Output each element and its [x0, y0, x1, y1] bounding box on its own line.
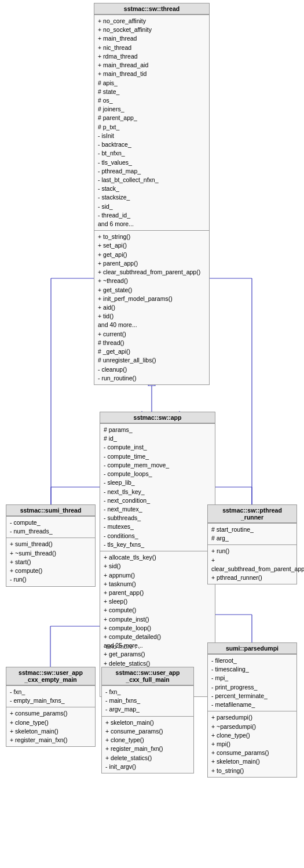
app-attr-11: - subthreads_ [104, 514, 211, 522]
app-method-3: + appnum() [104, 571, 211, 580]
user-app-empty-section1: - fxn_ - empty_main_fxns_ [6, 685, 95, 707]
thread-attr-11: # joiners_ [98, 105, 206, 114]
thread-method-7: + get_state() [98, 286, 206, 295]
parsedumpi-attr-5: - percent_terminate_ [211, 692, 293, 700]
empty-method-4: + register_main_fxn() [10, 736, 91, 744]
app-method-8: + compute_inst() [104, 615, 211, 624]
thread-method-more: and 40 more... [98, 321, 206, 329]
sumi-method-5: - run() [10, 575, 91, 584]
thread-attr-17: - tls_values_ [98, 158, 206, 167]
pthread-section2: + run() + clear_subthread_from_parent_ap… [208, 544, 296, 584]
parsedumpi-method-7: + to_string() [211, 767, 293, 775]
sumi-method-3: + start() [10, 558, 91, 566]
parsedumpi-title: sumi::parsedumpi [208, 643, 296, 654]
thread-attr-14: - isInit [98, 132, 206, 140]
empty-attr-1: - fxn_ [10, 688, 91, 696]
thread-method-12: # thread() [98, 339, 206, 347]
empty-method-2: + clone_type() [10, 718, 91, 727]
thread-attr-10: # os_ [98, 96, 206, 105]
thread-attr-16: - bt_nfxn_ [98, 149, 206, 158]
app-method-10: + compute_detailed() [104, 633, 211, 641]
thread-attr-18: - pthread_map_ [98, 167, 206, 176]
thread-attr-5: + rdma_thread [98, 52, 206, 61]
user-app-full-section1: - fxn_ - main_fxns_ - argv_map_ [102, 685, 193, 716]
app-attr-7: - sleep_lib_ [104, 478, 211, 487]
parsedumpi-method-6: + skeleton_main() [211, 757, 293, 766]
app-attr-3: - compute_inst_ [104, 443, 211, 452]
sumi-thread-box: sstmac::sumi_thread - compute_ - num_thr… [6, 504, 96, 587]
thread-attr-15: - backtrace_ [98, 140, 206, 149]
thread-attr-20: - stack_ [98, 184, 206, 193]
thread-section2: + to_string() + set_api() + get_api() + … [94, 230, 209, 384]
thread-method-8: + init_perf_model_params() [98, 295, 206, 303]
sumi-method-1: + sumi_thread() [10, 540, 91, 549]
empty-method-3: + skeleton_main() [10, 727, 91, 736]
thread-attr-2: + no_socket_affinity [98, 26, 206, 34]
app-attr-2: # id_ [104, 434, 211, 443]
full-method-3: + clone_type() [105, 736, 190, 744]
thread-attr-13: # p_txt_ [98, 123, 206, 132]
sumi-method-2: + ~sumi_thread() [10, 549, 91, 558]
thread-method-10: + tid() [98, 312, 206, 321]
app-method-2: + sid() [104, 562, 211, 571]
sumi-attr-2: - num_threads_ [10, 527, 91, 536]
app-method-7: + compute() [104, 606, 211, 615]
pthread-section1: # start_routine_ # arg_ [208, 523, 296, 544]
pthread-method-2: + clear_subthread_from_parent_app() [211, 556, 293, 573]
thread-attr-9: # state_ [98, 88, 206, 96]
full-method-5: + delete_statics() [105, 754, 190, 762]
parsedumpi-section2: + parsedumpi() + ~parsedumpi() + clone_t… [208, 711, 296, 777]
pthread-runner-title: sstmac::sw::pthread_runner [208, 505, 296, 523]
thread-attr-19: - last_bt_collect_nfxn_ [98, 176, 206, 184]
parsedumpi-attr-3: - mpi_ [211, 674, 293, 682]
thread-title: sstmac::sw::thread [94, 3, 209, 14]
thread-method-14: # unregister_all_libs() [98, 356, 206, 365]
app-method-9: + compute_loop() [104, 624, 211, 633]
thread-method-11: + current() [98, 330, 206, 339]
app-title: sstmac::sw::app [100, 412, 215, 423]
app-attr-12: - mutexes_ [104, 522, 211, 531]
user-app-empty-section2: + consume_params() + clone_type() + skel… [6, 707, 95, 746]
pthread-method-3: + pthread_runner() [211, 573, 293, 582]
thread-attr-21: - stacksize_ [98, 193, 206, 202]
parsedumpi-method-2: + ~parsedumpi() [211, 722, 293, 731]
app-attr-13: - conditions_ [104, 532, 211, 540]
app-method-6: + sleep() [104, 597, 211, 606]
thread-method-1: + to_string() [98, 233, 206, 241]
parsedumpi-attr-1: - fileroot_ [211, 656, 293, 665]
user-app-full-title: sstmac::sw::user_app_cxx_full_main [102, 667, 193, 685]
thread-attr-8: # apis_ [98, 79, 206, 88]
user-app-full-section2: + skeleton_main() + consume_params() + c… [102, 716, 193, 773]
pthread-runner-box: sstmac::sw::pthread_runner # start_routi… [207, 504, 297, 584]
app-attr-4: - compute_time_ [104, 452, 211, 461]
parsedumpi-attr-2: - timescaling_ [211, 665, 293, 674]
app-method-1: + allocate_tls_key() [104, 553, 211, 562]
sumi-thread-section1: - compute_ - num_threads_ [6, 516, 95, 537]
thread-attr-1: + no_core_affinity [98, 17, 206, 26]
thread-attr-23: - thread_id_ [98, 211, 206, 220]
thread-method-9: + aid() [98, 303, 206, 312]
pthread-attr-1: # start_routine_ [211, 525, 293, 534]
thread-attr-7: + main_thread_tid [98, 70, 206, 78]
full-attr-3: - argv_map_ [105, 705, 190, 714]
thread-section1: + no_core_affinity + no_socket_affinity … [94, 14, 209, 230]
and-more-text: and more . . [106, 643, 140, 650]
sumi-thread-title: sstmac::sumi_thread [6, 505, 95, 516]
app-attr-1: # params_ [104, 426, 211, 434]
parsedumpi-method-3: + clone_type() [211, 731, 293, 740]
sumi-method-4: + compute() [10, 566, 91, 575]
app-method-5: + parent_app() [104, 589, 211, 597]
app-attr-10: - next_mutex_ [104, 505, 211, 514]
thread-method-13: # _get_api() [98, 347, 206, 356]
parsedumpi-attr-6: - metafilename_ [211, 700, 293, 709]
thread-attr-6: + main_thread_aid [98, 61, 206, 70]
app-attr-14: - tls_key_fxns_ [104, 540, 211, 549]
app-section1: # params_ # id_ - compute_inst_ - comput… [100, 423, 215, 551]
thread-method-15: - cleanup() [98, 365, 206, 374]
diagram-container: sstmac::sw::thread + no_core_affinity + … [0, 0, 304, 868]
empty-attr-2: - empty_main_fxns_ [10, 696, 91, 705]
sumi-attr-1: - compute_ [10, 518, 91, 527]
app-attr-8: - next_tls_key_ [104, 488, 211, 496]
thread-attr-22: - sid_ [98, 202, 206, 211]
thread-box: sstmac::sw::thread + no_core_affinity + … [94, 3, 210, 385]
